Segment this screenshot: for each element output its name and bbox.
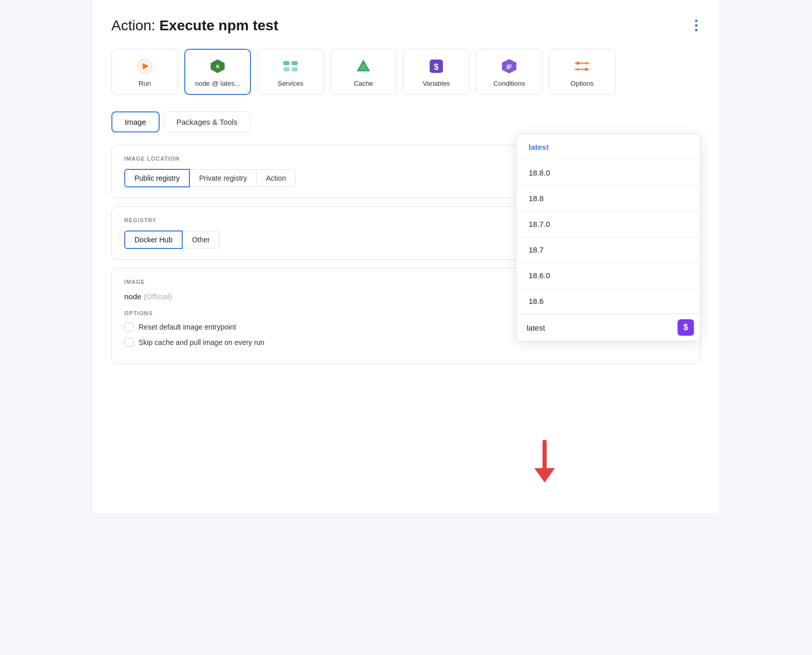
version-dollar-button[interactable]: $ <box>678 319 694 336</box>
checkbox-skip-label: Skip cache and pull image on every run <box>139 338 264 346</box>
dropdown-item-18-6[interactable]: 18.6 <box>516 288 700 314</box>
node-icon: N <box>208 57 227 75</box>
conditions-icon: IF <box>500 57 518 75</box>
page-title: Action: Execute npm test <box>111 17 278 34</box>
sub-tab-image[interactable]: Image <box>111 111 160 132</box>
tab-conditions[interactable]: IF Conditions <box>476 49 543 95</box>
arrow-indicator <box>534 440 555 483</box>
checkbox-reset-entrypoint[interactable] <box>124 322 133 332</box>
dropdown-item-latest[interactable]: latest <box>516 134 700 160</box>
dropdown-item-18-7[interactable]: 18.7 <box>516 237 700 263</box>
version-input-row: $ <box>516 314 700 341</box>
tab-options-label: Options <box>571 80 594 87</box>
options-icon <box>573 57 591 75</box>
sub-tabs: Image Packages & Tools <box>111 111 701 132</box>
arrow-shaft <box>543 440 547 469</box>
radio-public-registry[interactable]: Public registry <box>124 169 190 187</box>
dropdown-item-18-6-0[interactable]: 18.6.0 <box>516 263 700 288</box>
services-icon <box>281 57 300 75</box>
dropdown-list: latest 18.8.0 18.8 18.7.0 18.7 18.6.0 18… <box>516 134 700 314</box>
dropdown-item-18-8[interactable]: 18.8 <box>516 186 700 211</box>
radio-dockerhub[interactable]: Docker Hub <box>124 230 183 249</box>
svg-rect-7 <box>292 61 298 65</box>
tab-services-label: Services <box>278 80 303 87</box>
svg-text:N: N <box>216 64 219 69</box>
cache-icon <box>354 57 373 75</box>
tab-run-label: Run <box>139 80 151 87</box>
dropdown-item-18-7-0[interactable]: 18.7.0 <box>516 211 700 237</box>
run-icon <box>136 57 154 75</box>
svg-text:IF: IF <box>507 64 512 71</box>
tab-options[interactable]: Options <box>549 49 615 95</box>
tab-variables-label: Variables <box>422 80 450 87</box>
svg-text:$: $ <box>434 63 439 71</box>
checkbox-skip-cache[interactable] <box>124 338 133 347</box>
arrow-head <box>534 468 555 483</box>
version-dropdown: latest 18.8.0 18.8 18.7.0 18.7 18.6.0 18… <box>516 134 701 341</box>
tab-cache[interactable]: Cache <box>330 49 397 95</box>
action-tabs: Run N node @ lates... <box>111 49 701 95</box>
page-header: Action: Execute npm test <box>111 16 701 34</box>
tab-services[interactable]: Services <box>257 49 324 95</box>
tab-node[interactable]: N node @ lates... <box>184 49 251 95</box>
sub-tab-packages[interactable]: Packages & Tools <box>164 111 250 132</box>
tab-run[interactable]: Run <box>111 49 178 95</box>
more-options-button[interactable] <box>692 16 701 34</box>
content-area: Image Packages & Tools IMAGE LOCATION Pu… <box>111 111 701 372</box>
svg-rect-9 <box>292 67 298 71</box>
tab-cache-label: Cache <box>354 80 373 87</box>
tab-variables[interactable]: $ Variables <box>403 49 470 95</box>
tab-node-label: node @ lates... <box>195 80 240 87</box>
svg-rect-6 <box>283 61 289 65</box>
svg-rect-8 <box>283 67 289 71</box>
radio-private-registry[interactable]: Private registry <box>190 169 257 187</box>
radio-action[interactable]: Action <box>257 169 296 187</box>
version-input[interactable] <box>523 321 678 334</box>
checkbox-reset-label: Reset default image entrypoint <box>139 323 236 331</box>
tab-conditions-label: Conditions <box>493 80 525 87</box>
dropdown-item-18-8-0[interactable]: 18.8.0 <box>516 160 700 186</box>
radio-other[interactable]: Other <box>183 231 220 248</box>
variables-icon: $ <box>427 57 446 75</box>
